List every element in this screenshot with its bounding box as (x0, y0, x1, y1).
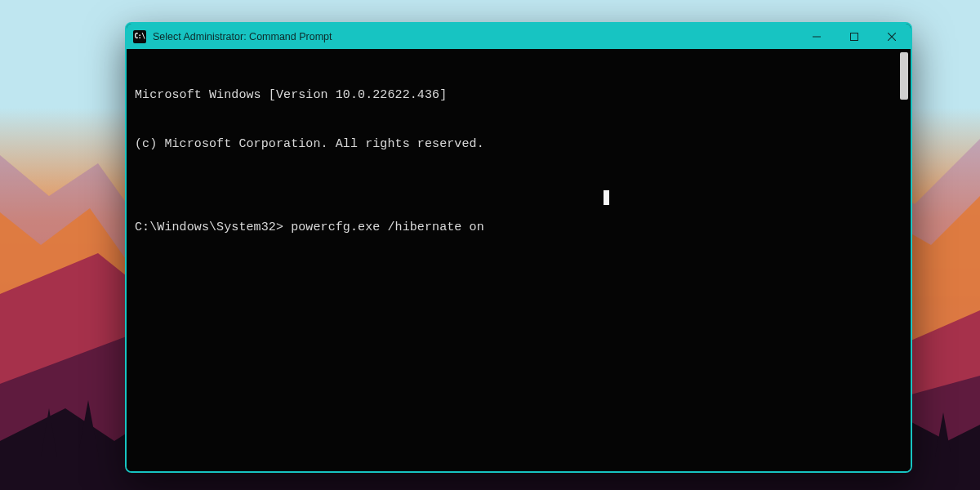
cmd-icon: C:\ (133, 30, 146, 43)
prompt-path: C:\Windows\System32> (135, 220, 283, 234)
svg-rect-0 (851, 33, 858, 40)
scrollbar-track[interactable] (898, 49, 911, 471)
terminal-line-version: Microsoft Windows [Version 10.0.22622.43… (135, 87, 902, 104)
close-button[interactable] (873, 24, 911, 49)
terminal-prompt-line: C:\Windows\System32> powercfg.exe /hiber… (135, 220, 902, 236)
minimize-icon (813, 33, 821, 41)
scrollbar-thumb[interactable] (900, 52, 908, 100)
terminal-area[interactable]: Microsoft Windows [Version 10.0.22622.43… (127, 49, 911, 471)
window-controls (798, 24, 911, 49)
titlebar[interactable]: C:\ Select Administrator: Command Prompt (127, 24, 911, 49)
cmd-icon-glyph: C:\ (135, 33, 145, 40)
maximize-button[interactable] (835, 24, 873, 49)
terminal-line-copyright: (c) Microsoft Corporation. All rights re… (135, 136, 902, 153)
command-prompt-window[interactable]: C:\ Select Administrator: Command Prompt… (125, 22, 912, 473)
typed-command: powercfg.exe /hibernate on (291, 220, 484, 234)
text-cursor (604, 190, 609, 205)
window-title: Select Administrator: Command Prompt (153, 31, 798, 42)
minimize-button[interactable] (798, 24, 835, 49)
maximize-icon (850, 33, 858, 41)
close-icon (888, 33, 896, 41)
desktop-wallpaper: C:\ Select Administrator: Command Prompt… (0, 0, 980, 490)
